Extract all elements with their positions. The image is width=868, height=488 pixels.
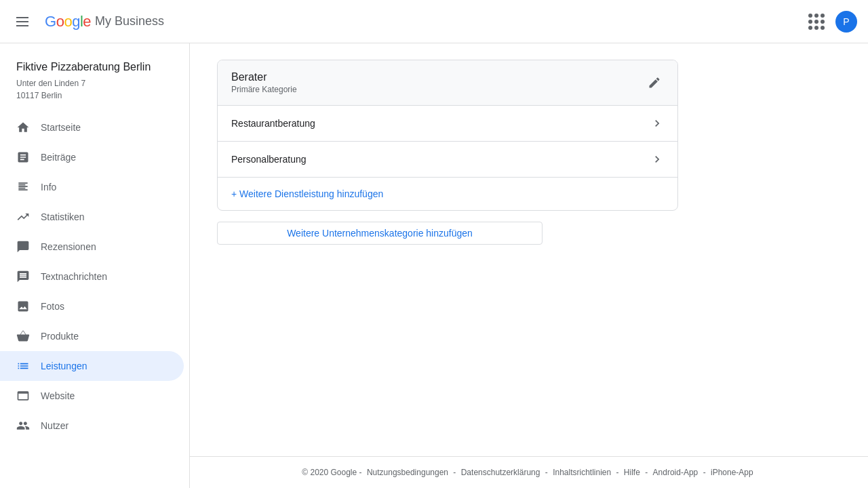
footer-link-datenschutz[interactable]: Datenschutzerklärung: [461, 468, 540, 477]
sidebar-item-startseite[interactable]: Startseite: [0, 113, 184, 142]
service-item-restaurantberatung[interactable]: Restaurantberatung: [218, 106, 677, 142]
sidebar-item-label: Produkte: [41, 331, 79, 342]
sidebar-item-label: Leistungen: [41, 361, 87, 371]
app-name-label: My Business: [95, 14, 164, 28]
website-icon: [16, 389, 30, 403]
footer-link-nutzungsbedingungen[interactable]: Nutzungsbedingungen: [367, 468, 448, 477]
footer-sep: -: [453, 468, 458, 477]
header-left: Google My Business: [11, 12, 164, 32]
footer-sep: -: [703, 468, 708, 477]
info-icon: [16, 180, 30, 194]
footer-sep: -: [545, 468, 550, 477]
sidebar-item-label: Fotos: [41, 301, 64, 312]
business-name: Fiktive Pizzaberatung Berlin: [16, 60, 173, 75]
sidebar-item-label: Website: [41, 390, 75, 401]
sidebar-item-textnachrichten[interactable]: Textnachrichten: [0, 262, 184, 291]
sidebar-item-produkte[interactable]: Produkte: [0, 321, 184, 351]
sidebar-item-label: Nutzer: [41, 420, 68, 431]
leistungen-icon: [16, 359, 30, 373]
footer-sep: -: [359, 468, 364, 477]
sidebar-item-beitraege[interactable]: Beiträge: [0, 142, 184, 172]
nutzer-icon: [16, 419, 30, 432]
home-icon: [16, 121, 30, 134]
service-item-personalberatung[interactable]: Personalberatung: [218, 142, 677, 178]
sidebar-item-label: Info: [41, 182, 56, 192]
sidebar-item-label: Statistiken: [41, 211, 85, 222]
chevron-right-icon: [650, 152, 664, 166]
sidebar-item-nutzer[interactable]: Nutzer: [0, 411, 184, 441]
sidebar-item-website[interactable]: Website: [0, 381, 184, 411]
category-header-text: Berater Primäre Kategorie: [231, 71, 297, 94]
sidebar-item-label: Rezensionen: [41, 241, 96, 252]
chevron-right-icon: [650, 117, 664, 130]
textnachrichten-icon: [16, 270, 30, 283]
business-info: Fiktive Pizzaberatung Berlin Unter den L…: [0, 54, 189, 113]
sidebar-item-label: Startseite: [41, 122, 81, 133]
hamburger-menu-button[interactable]: [11, 12, 34, 32]
category-title: Berater: [231, 71, 297, 83]
sidebar-item-label: Textnachrichten: [41, 271, 107, 282]
footer-link-android-app[interactable]: Android-App: [653, 468, 698, 477]
produkte-icon: [16, 329, 30, 343]
add-category-button[interactable]: Weitere Unternehmenskategorie hinzufügen: [217, 222, 542, 245]
header-right: P: [803, 8, 857, 35]
business-address: Unter den Linden 7 10117 Berlin: [16, 77, 173, 102]
user-avatar[interactable]: P: [835, 11, 857, 33]
footer-link-inhaltsrichtlinien[interactable]: Inhaltsrichtlinien: [553, 468, 611, 477]
header: Google My Business P: [0, 0, 868, 43]
beitraege-icon: [16, 150, 30, 164]
footer: © 2020 Google - Nutzungsbedingungen - Da…: [190, 456, 868, 488]
google-wordmark: Google: [45, 13, 91, 30]
sidebar-item-fotos[interactable]: Fotos: [0, 291, 184, 321]
logo: Google My Business: [45, 13, 164, 30]
sidebar-item-statistiken[interactable]: Statistiken: [0, 202, 184, 232]
sidebar-item-leistungen[interactable]: Leistungen: [0, 351, 184, 381]
main-content: Berater Primäre Kategorie Restaurantbera…: [190, 43, 868, 488]
footer-sep: -: [645, 468, 650, 477]
footer-link-iphone-app[interactable]: iPhone-App: [711, 468, 753, 477]
footer-copyright: © 2020 Google: [302, 468, 357, 477]
fotos-icon: [16, 300, 30, 313]
sidebar-item-label: Beiträge: [41, 152, 76, 163]
service-name: Personalberatung: [231, 154, 307, 165]
add-service-button[interactable]: + Weitere Dienstleistung hinzufügen: [218, 178, 677, 210]
statistiken-icon: [16, 210, 30, 224]
sidebar-item-info[interactable]: Info: [0, 172, 184, 202]
footer-link-hilfe[interactable]: Hilfe: [624, 468, 640, 477]
category-subtitle: Primäre Kategorie: [231, 85, 297, 94]
sidebar-item-rezensionen[interactable]: Rezensionen: [0, 232, 184, 262]
edit-category-button[interactable]: [645, 73, 664, 92]
category-card: Berater Primäre Kategorie Restaurantbera…: [217, 60, 678, 211]
apps-grid-icon: [808, 14, 825, 30]
service-name: Restaurantberatung: [231, 118, 315, 129]
sidebar: Fiktive Pizzaberatung Berlin Unter den L…: [0, 43, 190, 488]
google-apps-button[interactable]: [803, 8, 830, 35]
main-layout: Fiktive Pizzaberatung Berlin Unter den L…: [0, 43, 868, 488]
footer-sep: -: [616, 468, 621, 477]
rezensionen-icon: [16, 240, 30, 253]
category-header: Berater Primäre Kategorie: [218, 60, 677, 106]
